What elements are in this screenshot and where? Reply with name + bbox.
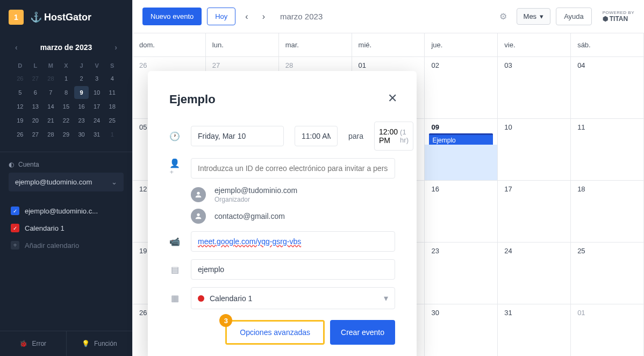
user-icon: ◐ [9, 161, 14, 168]
attendee-email: contacto@gmail.com [214, 212, 285, 220]
event-modal: ✕ Ejemplo 🕐 para 12:00 PM (1 hr) 👤⁺ ejem… [148, 71, 417, 356]
toolbar: Nuevo evento Hoy ‹ › marzo 2023 ⚙ Mes ▾ … [133, 0, 644, 33]
mini-day[interactable]: 1 [59, 72, 74, 85]
calendar-item[interactable]: ✓Calendario 1 [9, 219, 124, 237]
mini-day[interactable]: 23 [74, 114, 89, 127]
prev-month-button[interactable]: ‹ [241, 9, 252, 25]
day-header: jue. [425, 33, 498, 57]
mini-day[interactable]: 5 [13, 86, 27, 99]
day-cell[interactable]: 04 [571, 57, 644, 119]
mini-day[interactable]: 26 [13, 72, 27, 85]
event-chip[interactable]: Ejemplo [429, 133, 493, 146]
mini-day[interactable]: 21 [44, 114, 58, 127]
mini-day[interactable]: 11 [105, 86, 119, 99]
day-cell[interactable]: 09Ejemplo [425, 119, 498, 181]
mini-day[interactable]: 22 [59, 114, 74, 127]
view-selector[interactable]: Mes ▾ [517, 8, 551, 25]
logo: ⚓ HostGator [30, 11, 91, 23]
avatar-icon [191, 187, 206, 202]
new-event-button[interactable]: Nuevo evento [142, 8, 202, 25]
mini-day[interactable]: 20 [28, 114, 43, 127]
organizer-role: Organizador [214, 196, 297, 203]
create-event-button[interactable]: Crear evento [330, 320, 395, 345]
date-input[interactable] [191, 126, 284, 146]
close-icon[interactable]: ✕ [388, 91, 397, 105]
day-cell[interactable]: 11 [571, 119, 644, 181]
bulb-icon: 💡 [82, 340, 90, 347]
add-calendar-button[interactable]: + Añadir calendario [9, 237, 124, 254]
powered-by: POWERED BY ⬢TITAN [603, 10, 634, 23]
next-month-button[interactable]: › [258, 9, 269, 25]
svg-point-1 [197, 213, 199, 216]
gear-icon[interactable]: ⚙ [499, 11, 507, 22]
mini-day[interactable]: 4 [105, 72, 119, 85]
time-start-input[interactable] [295, 126, 338, 146]
mini-day[interactable]: 28 [44, 72, 58, 85]
invite-input[interactable] [191, 158, 395, 179]
mini-day[interactable]: 26 [13, 128, 27, 141]
dropdown-icon: ▾ [540, 12, 543, 20]
mini-prev-icon[interactable]: ‹ [13, 41, 20, 54]
location-input[interactable] [191, 259, 395, 280]
day-cell[interactable]: 17 [498, 181, 571, 243]
function-button[interactable]: 💡 Función [67, 331, 133, 356]
gator-icon: ⚓ [30, 11, 42, 23]
calendar-select[interactable]: Calendario 1 ▾ [191, 287, 395, 309]
bug-icon: 🐞 [19, 340, 27, 347]
account-selector[interactable]: ejemplo@tudominio.com ⌄ [9, 173, 124, 191]
day-cell[interactable]: 24 [498, 243, 571, 304]
day-cell[interactable]: 02 [425, 57, 498, 119]
time-end-input[interactable]: 12:00 PM (1 hr) [374, 122, 413, 151]
advanced-highlight: 3 Opciones avanzadas 👆 [225, 320, 325, 345]
mini-day[interactable]: 28 [44, 128, 58, 141]
day-cell[interactable]: 30 [425, 304, 498, 356]
mini-day[interactable]: 2 [74, 72, 89, 85]
day-cell[interactable]: 10 [498, 119, 571, 181]
calendar-badge[interactable]: 1 [9, 10, 24, 25]
mini-day-header: V [90, 60, 104, 71]
mini-day[interactable]: 15 [59, 100, 74, 113]
mini-day[interactable]: 1 [105, 128, 119, 141]
mini-day[interactable]: 27 [28, 128, 43, 141]
mini-day[interactable]: 25 [105, 114, 119, 127]
day-cell[interactable]: 25 [571, 243, 644, 304]
day-cell[interactable]: 16 [425, 181, 498, 243]
mini-day[interactable]: 16 [74, 100, 89, 113]
today-button[interactable]: Hoy [207, 8, 235, 25]
mini-day[interactable]: 8 [59, 86, 74, 99]
mini-day[interactable]: 9 [74, 86, 89, 99]
mini-day[interactable]: 6 [28, 86, 43, 99]
mini-day[interactable]: 13 [28, 100, 43, 113]
mini-day[interactable]: 29 [59, 128, 74, 141]
advanced-options-button[interactable]: Opciones avanzadas [227, 322, 323, 343]
mini-day[interactable]: 10 [90, 86, 104, 99]
mini-day-header: D [13, 60, 27, 71]
day-cell[interactable]: 23 [425, 243, 498, 304]
mini-day[interactable]: 24 [90, 114, 104, 127]
day-cell[interactable]: 31 [498, 304, 571, 356]
help-button[interactable]: Ayuda [556, 8, 592, 25]
mini-month-label: marzo de 2023 [40, 43, 92, 52]
mini-day[interactable]: 27 [28, 72, 43, 85]
organizer-row: ejemplo@tudominio.com Organizador [191, 186, 395, 203]
mini-day[interactable]: 31 [90, 128, 104, 141]
day-cell[interactable]: 18 [571, 181, 644, 243]
mini-day[interactable]: 17 [90, 100, 104, 113]
error-button[interactable]: 🐞 Error [0, 331, 67, 356]
mini-day[interactable]: 30 [74, 128, 89, 141]
calendar-color-dot [198, 295, 204, 302]
day-cell[interactable]: 01 [571, 304, 644, 356]
mini-day[interactable]: 3 [90, 72, 104, 85]
mini-day-header: L [28, 60, 43, 71]
clock-icon: 🕐 [169, 131, 180, 141]
mini-calendar: ‹ marzo de 2023 › DLMXJVS262728123456789… [0, 34, 132, 147]
mini-day[interactable]: 14 [44, 100, 58, 113]
day-cell[interactable]: 03 [498, 57, 571, 119]
calendar-item[interactable]: ✓ejemplo@tudominio.c... [9, 202, 124, 219]
mini-next-icon[interactable]: › [112, 41, 119, 54]
meet-link-input[interactable]: meet.google.com/yqg-gsrg-vbs [191, 231, 395, 252]
mini-day[interactable]: 7 [44, 86, 58, 99]
mini-day[interactable]: 19 [13, 114, 27, 127]
mini-day[interactable]: 18 [105, 100, 119, 113]
mini-day[interactable]: 12 [13, 100, 27, 113]
